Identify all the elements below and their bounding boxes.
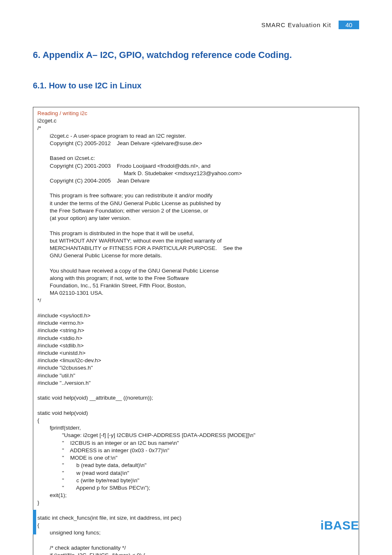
heading-how-to-use-i2c: 6.1. How to use I2C in Linux <box>33 81 359 90</box>
logo-ibase: iBASE <box>321 518 359 532</box>
page-header: SMARC Evaluation Kit 40 <box>33 21 359 29</box>
heading-appendix-a: 6. Appendix A– I2C, GPIO, watchdog refer… <box>33 50 359 60</box>
page-number: 40 <box>339 21 359 29</box>
code-body: i2cget.c /* i2cget.c - A user-space prog… <box>37 118 255 555</box>
code-listing: Reading / writing i2c i2cget.c /* i2cget… <box>33 107 359 555</box>
footer-accent-bar <box>33 510 36 534</box>
header-title: SMARC Evaluation Kit <box>261 21 331 28</box>
code-title: Reading / writing i2c <box>37 110 88 116</box>
